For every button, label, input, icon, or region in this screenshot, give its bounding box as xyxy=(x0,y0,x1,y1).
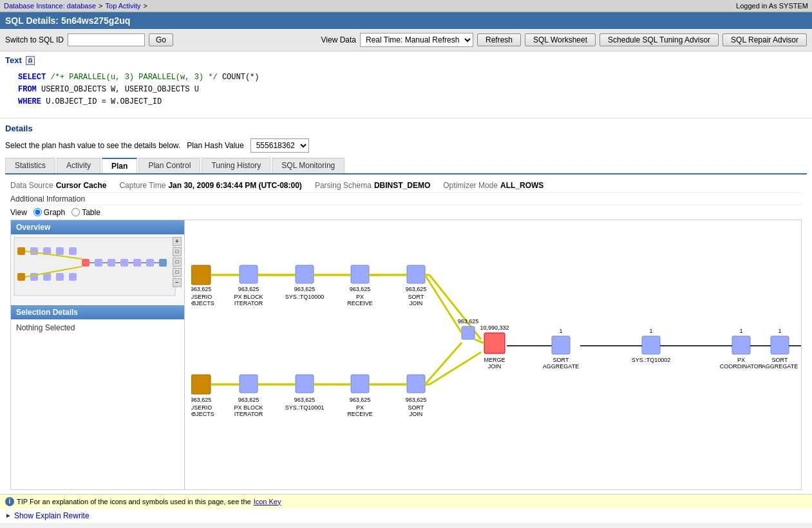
svg-rect-17 xyxy=(159,259,167,267)
svg-rect-84 xyxy=(642,336,660,354)
view-data-select[interactable]: Real Time: Manual Refresh xyxy=(360,33,473,47)
sql-line-2: FROM USERIO_OBJECTS W, USERIO_OBJECTS U xyxy=(18,84,794,96)
svg-text:SORT: SORT xyxy=(408,404,424,411)
svg-text:SORT: SORT xyxy=(772,357,788,363)
table-label: Table xyxy=(82,208,100,217)
sql-id-right: View Data Real Time: Manual Refresh Refr… xyxy=(321,33,807,47)
breadcrumb-top-activity[interactable]: Top Activity xyxy=(106,2,141,10)
icon-key-link[interactable]: Icon Key xyxy=(254,498,281,505)
tab-plan[interactable]: Plan xyxy=(102,158,137,173)
tab-statistics[interactable]: Statistics xyxy=(5,158,55,173)
svg-text:ITERATOR: ITERATOR xyxy=(234,411,263,417)
breadcrumb: Database Instance: database > Top Activi… xyxy=(4,2,147,10)
svg-text:SYS.:TQ10001: SYS.:TQ10001 xyxy=(285,404,325,411)
zoom-checkbox-3[interactable]: □ xyxy=(173,268,182,277)
tab-activity[interactable]: Activity xyxy=(57,158,100,173)
optimizer-mode-label: Optimizer Mode xyxy=(443,181,498,190)
capture-time-value: Jan 30, 2009 6:34:44 PM (UTC-08:00) xyxy=(168,181,301,190)
zoom-in-button[interactable]: + xyxy=(173,237,182,246)
svg-rect-16 xyxy=(146,259,154,267)
optimizer-mode-item: Optimizer Mode ALL_ROWS xyxy=(443,181,543,190)
details-section: Details Select the plan hash value to se… xyxy=(0,118,812,494)
svg-text:PX: PX xyxy=(356,404,364,411)
svg-text:AGGREGATE: AGGREGATE xyxy=(762,363,798,370)
plan-svg: 963,625 USERIO OBJECTS 963,625 PX BLOCK … xyxy=(191,227,801,484)
svg-text:RECEIVE: RECEIVE xyxy=(347,411,373,417)
svg-rect-74 xyxy=(462,326,475,339)
plan-hash-row: Select the plan hash value to see the de… xyxy=(5,138,807,153)
breadcrumb-sep2: > xyxy=(144,2,147,10)
plan-meta-row: Data Source Cursor Cache Capture Time Ja… xyxy=(10,178,802,193)
zoom-out-button[interactable]: − xyxy=(173,278,182,287)
tabs-row: Statistics Activity Plan Plan Control Tu… xyxy=(5,158,807,174)
additional-info: Additional Information xyxy=(10,193,802,205)
zoom-checkbox-2[interactable]: □ xyxy=(173,258,182,267)
svg-text:PX: PX xyxy=(737,357,745,363)
svg-rect-59 xyxy=(240,375,258,393)
svg-text:USERIO: USERIO xyxy=(191,404,212,411)
plan-content: Data Source Cursor Cache Capture Time Ja… xyxy=(5,174,807,494)
graph-radio-label[interactable]: Graph xyxy=(33,208,65,217)
breadcrumb-database[interactable]: Database Instance: database xyxy=(4,2,96,10)
svg-text:USERIO: USERIO xyxy=(191,294,212,300)
switch-sql-id-label: Switch to SQL ID xyxy=(5,35,64,44)
breadcrumb-sep1: > xyxy=(99,2,102,10)
svg-text:MERGE: MERGE xyxy=(484,357,505,363)
svg-text:COORDINATOR: COORDINATOR xyxy=(720,363,763,370)
svg-text:1: 1 xyxy=(739,328,742,334)
svg-text:963,625: 963,625 xyxy=(191,286,211,292)
refresh-button[interactable]: Refresh xyxy=(477,33,521,46)
table-radio[interactable] xyxy=(71,208,80,216)
sql-id-input[interactable] xyxy=(68,33,145,46)
sql-repair-button[interactable]: SQL Repair Advisor xyxy=(722,33,807,46)
svg-line-114 xyxy=(475,339,484,343)
show-explain-rewrite-link[interactable]: Show Explain Rewrite xyxy=(14,511,90,520)
view-toggle: View Graph Table xyxy=(10,205,802,220)
sql-line-3: WHERE U.OBJECT_ID = W.OBJECT_ID xyxy=(18,96,794,108)
svg-text:10,990,332: 10,990,332 xyxy=(480,325,509,331)
schedule-tuning-button[interactable]: Schedule SQL Tuning Advisor xyxy=(600,33,719,46)
tab-tuning-history[interactable]: Tuning History xyxy=(202,158,270,173)
svg-text:OBJECTS: OBJECTS xyxy=(191,411,214,417)
svg-text:SORT: SORT xyxy=(553,357,569,363)
selection-details-header: Selection Details xyxy=(11,305,184,319)
svg-text:963,625: 963,625 xyxy=(458,318,479,325)
copy-icon[interactable]: ⎙ xyxy=(26,56,35,65)
svg-rect-44 xyxy=(296,265,314,283)
svg-rect-40 xyxy=(240,265,258,283)
svg-line-113 xyxy=(425,343,462,384)
svg-rect-55 xyxy=(191,375,211,394)
top-nav-bar: Database Instance: database > Top Activi… xyxy=(0,0,812,12)
svg-text:PX BLOCK: PX BLOCK xyxy=(234,404,263,411)
explain-arrow-icon: ► xyxy=(5,512,12,519)
svg-text:JOIN: JOIN xyxy=(410,411,423,417)
svg-text:SYS.:TQ10002: SYS.:TQ10002 xyxy=(632,357,671,363)
svg-rect-63 xyxy=(296,375,314,393)
svg-text:963,625: 963,625 xyxy=(350,286,371,292)
zoom-checkbox-1[interactable]: □ xyxy=(173,247,182,256)
svg-text:1: 1 xyxy=(559,328,562,334)
svg-text:963,625: 963,625 xyxy=(406,397,427,403)
svg-rect-1 xyxy=(17,247,25,255)
sql-worksheet-button[interactable]: SQL Worksheet xyxy=(525,33,596,46)
svg-rect-12 xyxy=(95,259,102,267)
text-section-label: Text ⎙ xyxy=(5,55,807,65)
svg-rect-80 xyxy=(552,336,570,354)
graph-radio[interactable] xyxy=(33,208,42,216)
svg-rect-5 xyxy=(69,247,77,255)
tab-sql-monitoring[interactable]: SQL Monitoring xyxy=(272,158,345,173)
table-radio-label[interactable]: Table xyxy=(71,208,100,217)
svg-rect-15 xyxy=(133,259,141,267)
tab-plan-control[interactable]: Plan Control xyxy=(138,158,200,173)
sql-id-row: Switch to SQL ID Go View Data Real Time:… xyxy=(0,29,812,52)
plan-diagram-wrapper: Overview xyxy=(10,220,802,490)
plan-graph-area[interactable]: 963,625 USERIO OBJECTS 963,625 PX BLOCK … xyxy=(185,220,801,489)
overview-canvas: + □ □ □ − xyxy=(11,234,184,305)
go-button[interactable]: Go xyxy=(149,33,173,46)
data-source-label: Data Source xyxy=(10,181,53,190)
plan-left-panel: Overview xyxy=(11,220,185,489)
view-data-label: View Data xyxy=(321,35,356,44)
explain-row: ► Show Explain Rewrite xyxy=(0,509,812,523)
plan-hash-select[interactable]: 555618362 xyxy=(250,138,309,153)
details-title: Details xyxy=(5,124,807,133)
